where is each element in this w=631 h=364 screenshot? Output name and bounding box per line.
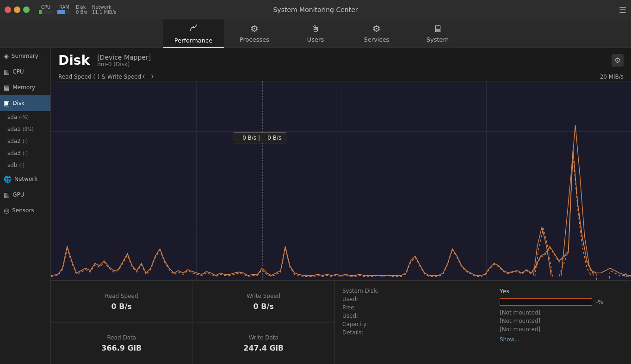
network-stat-header: Network 11.1 MiB/s — [92, 5, 116, 15]
sidebar-label-cpu: CPU — [12, 68, 24, 75]
system-disk-row: System Disk: — [342, 288, 484, 294]
main-layout: ◈ Summary ▦ CPU ▤ Memory ▣ Disk sda (-%)… — [0, 48, 631, 364]
read-speed-cell: Read Speed 0 B/s — [51, 281, 193, 323]
maximize-button[interactable] — [23, 6, 30, 13]
cpu-bar — [39, 10, 53, 14]
gpu-icon: ▦ — [4, 191, 10, 198]
not-mounted-1: [Not mounted] — [500, 309, 624, 316]
sidebar-label-gpu: GPU — [12, 191, 24, 198]
tab-performance[interactable]: Performance — [163, 19, 224, 48]
not-mounted-2: [Not mounted] — [500, 318, 624, 324]
used-label: Used: — [342, 296, 358, 302]
sda2-label: sda2 — [7, 138, 21, 144]
tab-users[interactable]: 🖱 Users — [285, 19, 346, 48]
settings-button[interactable]: ⚙ — [612, 54, 624, 67]
ram-stat: RAM — [57, 5, 71, 15]
close-button[interactable] — [5, 6, 11, 13]
summary-icon: ◈ — [4, 52, 9, 60]
memory-icon: ▤ — [4, 84, 10, 91]
disk-stat-header: Disk 0 B/s — [76, 5, 87, 15]
graph-label: Read Speed (-) & Write Speed (- -) — [58, 74, 153, 80]
read-speed-label: Read Speed — [105, 293, 138, 299]
users-icon: 🖱 — [311, 23, 320, 34]
sda2-badge: (-) — [23, 139, 28, 144]
tab-processes-label: Processes — [240, 36, 269, 43]
sidebar-item-cpu[interactable]: ▦ CPU — [0, 64, 50, 80]
sdb-label: sdb — [7, 162, 18, 168]
percent-bar-container: -% — [500, 298, 624, 306]
sidebar-item-sda1[interactable]: sda1 (0%) — [0, 123, 50, 135]
used2-row: Used: — [342, 313, 484, 319]
sda3-badge: (-) — [23, 151, 28, 156]
tab-processes[interactable]: ⚙ Processes — [224, 19, 285, 48]
disk-info: System Disk: Used: Free: Used: Capacity:… — [335, 281, 492, 364]
sidebar-item-sda[interactable]: sda (-%) — [0, 111, 50, 123]
sidebar-item-disk[interactable]: ▣ Disk — [0, 95, 50, 111]
graph-area[interactable]: - 0 B/s | - -0 B/s 0 — [51, 81, 631, 281]
network-value: 11.1 MiB/s — [92, 10, 116, 15]
details-label: Details: — [342, 329, 364, 336]
network-label: Network — [92, 5, 116, 10]
sidebar-item-network[interactable]: 🌐 Network — [0, 171, 50, 187]
stats-grid: Read Speed 0 B/s Write Speed 0 B/s Read … — [51, 281, 335, 364]
tab-services-label: Services — [364, 36, 390, 43]
tab-users-label: Users — [307, 36, 324, 43]
sidebar-item-summary[interactable]: ◈ Summary — [0, 48, 50, 64]
write-data-label: Write Data — [249, 334, 278, 341]
app-title: System Monitoring Center — [273, 6, 358, 13]
tabbar: Performance ⚙ Processes 🖱 Users ⚙ Servic… — [0, 19, 631, 48]
yes-label: Yes — [500, 288, 624, 295]
stats-extra: Yes -% [Not mounted] [Not mounted] [Not … — [492, 281, 631, 364]
sidebar-item-gpu[interactable]: ▦ GPU — [0, 187, 50, 203]
graph-header: Read Speed (-) & Write Speed (- -) 20 Mi… — [51, 73, 631, 81]
graph-tooltip: - 0 B/s | - -0 B/s — [234, 132, 286, 143]
sidebar-item-memory[interactable]: ▤ Memory — [0, 80, 50, 95]
tab-performance-label: Performance — [174, 37, 212, 44]
write-speed-label: Write Speed — [247, 293, 280, 299]
window-controls — [5, 6, 30, 13]
sda1-label: sda1 — [7, 126, 21, 132]
sidebar-item-sdb[interactable]: sdb (-) — [0, 159, 50, 171]
show-link[interactable]: Show... — [500, 336, 624, 343]
disk-value: 0 B/s — [76, 10, 87, 15]
sidebar-item-sda2[interactable]: sda2 (-) — [0, 135, 50, 147]
menu-button[interactable]: ☰ — [619, 5, 626, 15]
sidebar-label-memory: Memory — [12, 84, 35, 91]
read-speed-value: 0 B/s — [111, 302, 132, 311]
sensors-icon: ◎ — [4, 207, 9, 214]
titlebar: CPU RAM Disk 0 B/s Network 11.1 MiB/s Sy… — [0, 0, 631, 19]
read-data-value: 366.9 GiB — [101, 344, 142, 352]
sda1-badge: (0%) — [23, 127, 34, 132]
titlebar-stats: CPU RAM Disk 0 B/s Network 11.1 MiB/s — [39, 5, 116, 15]
ram-label: RAM — [59, 5, 69, 10]
cpu-stat: CPU — [39, 5, 53, 15]
performance-icon — [188, 23, 198, 35]
read-data-cell: Read Data 366.9 GiB — [51, 323, 193, 364]
sidebar-item-sda3[interactable]: sda3 (-) — [0, 147, 50, 159]
tab-system[interactable]: 🖥 System — [407, 19, 468, 48]
free-label: Free: — [342, 304, 356, 311]
percent-label: -% — [596, 299, 603, 305]
tooltip-text: - 0 B/s | - -0 B/s — [239, 135, 281, 141]
write-data-value: 247.4 GiB — [243, 344, 284, 352]
sdb-badge: (-) — [19, 163, 25, 168]
graph-max: 20 MiB/s — [600, 74, 624, 80]
sda-label: sda — [7, 114, 17, 120]
sidebar-item-sensors[interactable]: ◎ Sensors — [0, 203, 50, 218]
disk-icon: ▣ — [4, 99, 10, 107]
system-icon: 🖥 — [433, 23, 442, 34]
content-header: Disk [Device Mapper] dm-0 (Disk) ⚙ — [51, 48, 631, 73]
system-disk-label: System Disk: — [342, 288, 378, 294]
tab-services[interactable]: ⚙ Services — [346, 19, 407, 48]
sidebar-label-sensors: Sensors — [12, 207, 34, 214]
capacity-row: Capacity: — [342, 321, 484, 327]
graph-min: 0 — [624, 272, 627, 278]
disk-subtitle: [Device Mapper] dm-0 (Disk) — [97, 54, 151, 68]
tab-system-label: System — [427, 36, 449, 43]
not-mounted-3: [Not mounted] — [500, 326, 624, 333]
device-id: dm-0 (Disk) — [97, 61, 151, 68]
minimize-button[interactable] — [14, 6, 20, 13]
ram-bar — [57, 10, 71, 14]
content-area: Disk [Device Mapper] dm-0 (Disk) ⚙ Read … — [51, 48, 631, 364]
used2-label: Used: — [342, 313, 358, 319]
